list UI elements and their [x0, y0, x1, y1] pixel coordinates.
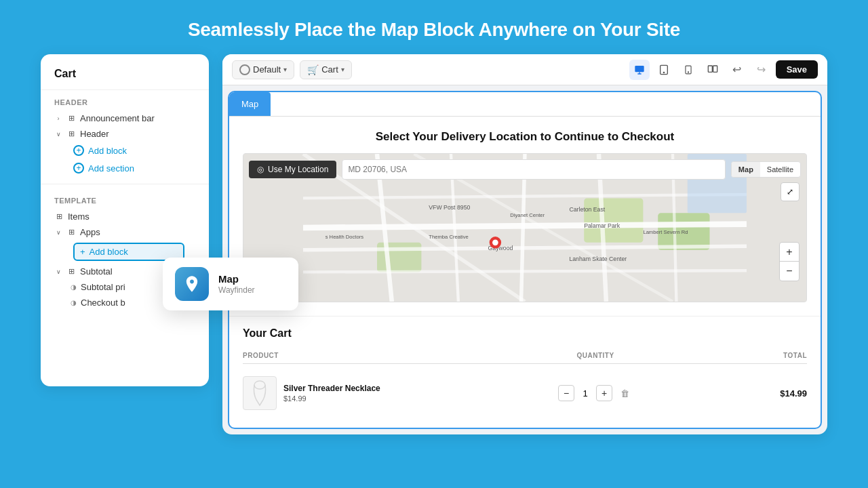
svg-text:Palamar Park: Palamar Park — [584, 222, 620, 229]
sidebar-item-items[interactable]: ⊞ Items — [54, 209, 195, 224]
cart-items-section: Your Cart PRODUCT QUANTITY TOTAL — [229, 317, 821, 428]
tooltip-text: Map Wayfinder — [218, 273, 255, 295]
product-header: PRODUCT — [243, 352, 525, 359]
header-section-label: Header — [54, 98, 195, 106]
tooltip-subtitle: Wayfinder — [218, 285, 255, 295]
add-block-label: Add block — [88, 146, 127, 156]
checkout-label: Checkout b — [81, 298, 125, 308]
cart-item-details: Silver Threader Necklace $14.99 — [283, 384, 380, 403]
map-heading: Select Your Delivery Location to Continu… — [243, 130, 807, 144]
cart-dropdown-arrow-icon: ▾ — [341, 66, 344, 73]
cart-panel-title: Cart — [41, 68, 209, 90]
add-section-button[interactable]: + Add section — [54, 159, 195, 177]
qty-decrease-btn[interactable]: − — [558, 385, 574, 401]
cart-label: Cart — [321, 64, 338, 75]
subtotal-price-icon: ◑ — [71, 283, 77, 291]
map-tab[interactable]: Map — [229, 92, 271, 116]
chevron-right-icon: › — [54, 115, 62, 123]
map-type-buttons: Map Satellite — [731, 161, 801, 178]
browser-content: Map Select Your Delivery Location to Con… — [229, 92, 821, 428]
svg-rect-0 — [635, 66, 644, 72]
checkout-icon: ◑ — [71, 299, 77, 306]
svg-text:Diyanet Center: Diyanet Center — [510, 212, 545, 218]
cart-dropdown[interactable]: 🛒 Cart ▾ — [300, 60, 352, 79]
header-section: Header › ⊞ Announcement bar ∨ ⊞ Header +… — [41, 90, 209, 180]
announcement-bar-label: Announcement bar — [80, 113, 155, 123]
address-input[interactable] — [342, 159, 725, 180]
svg-text:s Health Doctors: s Health Doctors — [326, 234, 364, 240]
header-label: Header — [80, 129, 109, 139]
page-title: Seamlessly Place the Map Block Anywhere … — [0, 0, 868, 54]
svg-rect-10 — [584, 198, 643, 242]
total-header: TOTAL — [666, 352, 807, 359]
dropdown-arrow-icon: ▾ — [283, 66, 287, 73]
desktop-view-btn[interactable] — [629, 60, 650, 80]
sidebar-item-header[interactable]: ∨ ⊞ Header — [54, 126, 195, 142]
redo-btn[interactable]: ↪ — [751, 60, 772, 80]
svg-text:VFW Post 8950: VFW Post 8950 — [429, 204, 470, 211]
sidebar-item-apps[interactable]: ∨ ⊞ Apps — [54, 224, 195, 240]
grid-icon-2: ⊞ — [66, 129, 76, 139]
quantity-header: QUANTITY — [525, 352, 666, 359]
browser-panel: Default ▾ 🛒 Cart ▾ — [222, 54, 827, 434]
map-toolbar: ◎ Use My Location Map Satellite — [249, 159, 801, 180]
tooltip-name: Map — [218, 273, 255, 285]
qty-value: 1 — [578, 388, 592, 399]
cart-panel: Cart Header › ⊞ Announcement bar ∨ ⊞ Hea… — [41, 54, 209, 386]
map-section: Select Your Delivery Location to Continu… — [229, 117, 821, 317]
plus-circle-icon-2: + — [73, 163, 84, 174]
svg-rect-8 — [713, 66, 717, 72]
globe-icon — [239, 64, 250, 75]
svg-rect-7 — [708, 66, 712, 72]
mobile-view-btn[interactable] — [678, 60, 698, 80]
cart-item-row: Silver Threader Necklace $14.99 − 1 + 🗑 … — [243, 369, 807, 417]
add-section-label: Add section — [88, 163, 134, 174]
grid-icon: ⊞ — [66, 114, 76, 123]
zoom-in-btn[interactable]: + — [780, 243, 799, 262]
quantity-controls: − 1 + 🗑 — [525, 385, 666, 401]
location-dot-icon: ◎ — [257, 165, 264, 174]
plus-circle-icon: + — [73, 145, 84, 156]
qty-increase-btn[interactable]: + — [596, 385, 612, 401]
default-dropdown[interactable]: Default ▾ — [232, 60, 294, 79]
split-view-btn[interactable] — [703, 60, 723, 80]
subtotal-label: Subtotal — [80, 266, 113, 277]
grid-icon-3: ⊞ — [54, 212, 64, 222]
cart-icon: 🛒 — [307, 64, 319, 75]
map-expand-btn[interactable]: ⤢ — [781, 182, 800, 201]
cart-item-info: Silver Threader Necklace $14.99 — [243, 376, 525, 410]
chevron-down-icon-3: ∨ — [54, 268, 62, 276]
grid-icon-5: ⊞ — [66, 267, 76, 277]
tablet-view-btn[interactable] — [654, 60, 674, 80]
map-zoom-controls: + − — [779, 242, 800, 281]
browser-toolbar: Default ▾ 🛒 Cart ▾ — [222, 54, 827, 85]
save-button[interactable]: Save — [776, 60, 818, 79]
sidebar-item-announcement[interactable]: › ⊞ Announcement bar — [54, 110, 195, 126]
svg-point-6 — [688, 71, 688, 72]
add-block-button[interactable]: + Add block — [54, 142, 195, 159]
undo-btn[interactable]: ↩ — [727, 60, 747, 80]
cart-items-title: Your Cart — [243, 327, 807, 340]
delete-item-btn[interactable]: 🗑 — [616, 385, 633, 401]
default-label: Default — [253, 64, 281, 75]
chevron-down-icon-2: ∨ — [54, 228, 62, 237]
svg-text:Carleton East: Carleton East — [569, 206, 605, 213]
use-location-label: Use My Location — [268, 165, 328, 174]
svg-point-4 — [663, 72, 664, 73]
tooltip-map-icon — [175, 267, 209, 301]
svg-text:Lanham Skate Center: Lanham Skate Center — [569, 256, 627, 262]
items-label: Items — [68, 211, 90, 222]
svg-text:Themba Creative: Themba Creative — [429, 234, 468, 240]
svg-line-21 — [303, 270, 747, 272]
svg-rect-12 — [377, 243, 421, 272]
add-block-apps-label: Add block — [90, 247, 128, 257]
divider-1 — [41, 184, 209, 184]
map-type-map-btn[interactable]: Map — [732, 162, 760, 177]
toolbar-right: ↩ ↪ Save — [629, 60, 818, 80]
main-content: Cart Header › ⊞ Announcement bar ∨ ⊞ Hea… — [0, 54, 868, 461]
use-location-btn[interactable]: ◎ Use My Location — [249, 161, 336, 178]
map-type-satellite-btn[interactable]: Satellite — [760, 162, 800, 177]
zoom-out-btn[interactable]: − — [780, 262, 799, 281]
apps-label: Apps — [80, 227, 100, 237]
cart-table-header: PRODUCT QUANTITY TOTAL — [243, 348, 807, 364]
